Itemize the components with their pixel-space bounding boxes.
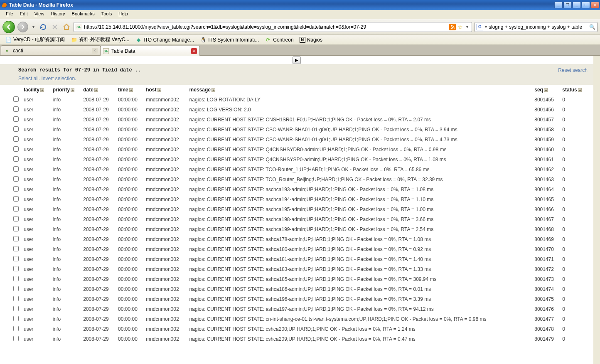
column-header-date[interactable]: date <box>81 85 116 95</box>
column-header-message[interactable]: message <box>187 85 532 95</box>
row-checkbox[interactable] <box>13 216 19 221</box>
table-row: userinfo2008-07-2900:00:00mndcnmon002nag… <box>0 155 588 165</box>
select-all-link[interactable]: Select all. <box>18 76 40 81</box>
row-checkbox[interactable] <box>13 96 19 102</box>
menu-bookmarks[interactable]: Bookmarks <box>69 10 98 19</box>
google-search-icon[interactable]: G <box>477 24 483 30</box>
cell-priority: info <box>50 224 81 234</box>
menu-history[interactable]: History <box>47 10 68 19</box>
win-minimize-button[interactable]: _ <box>554 2 563 8</box>
scroll-down-arrow[interactable]: ▼ <box>594 357 600 364</box>
cell-status: 0 <box>560 244 588 254</box>
page-icon: 📄 <box>5 37 12 43</box>
win-restore-button[interactable]: ❐ <box>563 2 572 8</box>
menu-help[interactable]: Help <box>115 10 131 19</box>
row-checkbox[interactable] <box>13 176 19 182</box>
win-close-button[interactable]: × <box>591 2 599 8</box>
vertical-scrollbar[interactable]: ▲ ▼ <box>593 56 600 364</box>
sort-icon[interactable] <box>40 88 44 92</box>
nav-stop-button[interactable] <box>50 22 59 32</box>
row-checkbox[interactable] <box>13 296 19 301</box>
bookmark-item[interactable]: 📁资料 外语教程 VeryC... <box>68 35 132 44</box>
nav-forward-button[interactable] <box>17 22 28 32</box>
url-input[interactable] <box>84 24 448 30</box>
browser-search-input[interactable] <box>489 24 588 30</box>
column-header-seq[interactable]: seq <box>532 85 560 95</box>
scroll-thumb[interactable] <box>594 62 600 225</box>
nav-home-button[interactable] <box>62 22 71 32</box>
column-header-time[interactable]: time <box>116 85 143 95</box>
nav-reload-button[interactable] <box>39 22 48 32</box>
sort-icon[interactable] <box>71 88 74 92</box>
play-button[interactable]: ▶ <box>293 57 301 64</box>
row-checkbox[interactable] <box>13 166 19 172</box>
row-checkbox[interactable] <box>13 146 19 152</box>
row-checkbox[interactable] <box>13 186 19 192</box>
tab-close-icon[interactable]: × <box>92 48 98 54</box>
menu-file[interactable]: File <box>2 10 17 19</box>
cell-facility: user <box>21 95 50 105</box>
cell-message: nagios: CURRENT HOST STATE: ashca197-adm… <box>187 304 532 314</box>
bookmark-item[interactable]: ⟳Centreon <box>262 36 296 44</box>
column-header-facility[interactable]: facility <box>21 85 50 95</box>
bookmark-item[interactable]: 📄VeryCD - 电驴资源订阅 <box>2 35 67 44</box>
sort-icon[interactable] <box>157 88 161 92</box>
cell-date: 2008-07-29 <box>81 264 116 274</box>
row-checkbox[interactable] <box>13 126 19 132</box>
reset-search-link[interactable]: Reset search <box>558 67 588 73</box>
bookmark-item[interactable]: ◆ITO Change Manage... <box>133 36 197 44</box>
row-checkbox[interactable] <box>13 206 19 212</box>
invert-selection-link[interactable]: Invert selection. <box>41 76 76 81</box>
rss-icon[interactable] <box>449 24 456 30</box>
sort-icon[interactable] <box>129 88 133 92</box>
sort-icon[interactable] <box>94 88 98 92</box>
sort-icon[interactable] <box>211 88 215 92</box>
nav-back-button[interactable] <box>2 21 15 33</box>
bookmark-item[interactable]: 🐧ITS System Informati... <box>197 36 261 44</box>
row-checkbox[interactable] <box>13 226 19 231</box>
cell-seq: 8001470 <box>532 244 560 254</box>
row-checkbox[interactable] <box>13 196 19 202</box>
row-checkbox[interactable] <box>13 116 19 122</box>
sort-icon[interactable] <box>578 88 582 92</box>
search-engine-dropdown[interactable]: ▾ <box>485 25 487 29</box>
column-header-priority[interactable]: priority <box>50 85 81 95</box>
row-checkbox[interactable] <box>13 326 19 331</box>
row-checkbox[interactable] <box>13 316 19 321</box>
url-dropdown[interactable]: ▾ <box>465 25 470 29</box>
sort-icon[interactable] <box>544 88 548 92</box>
browser-search-bar[interactable]: G ▾ 🔍 <box>475 22 598 32</box>
row-checkbox[interactable] <box>13 266 19 271</box>
row-checkbox[interactable] <box>13 246 19 251</box>
url-bar[interactable]: SF ☆ ▾ <box>74 22 472 32</box>
win-maximize-button[interactable]: □ <box>582 2 590 8</box>
scroll-up-arrow[interactable]: ▲ <box>594 56 600 62</box>
row-checkbox[interactable] <box>13 276 19 281</box>
tab-close-icon[interactable]: × <box>191 48 197 54</box>
browser-tab[interactable]: SFTable Data× <box>100 46 200 56</box>
row-checkbox[interactable] <box>13 136 19 142</box>
menu-tools[interactable]: Tools <box>98 10 116 19</box>
cell-priority: info <box>50 284 81 294</box>
cell-message: nagios: LOG VERSION: 2.0 <box>187 105 532 115</box>
row-checkbox[interactable] <box>13 106 19 112</box>
column-label: priority <box>53 87 70 93</box>
row-checkbox[interactable] <box>13 156 19 162</box>
cell-seq: 8001463 <box>532 175 560 184</box>
bookmark-star-icon[interactable]: ☆ <box>457 24 463 30</box>
nav-history-dropdown[interactable]: ▾ <box>31 25 36 29</box>
search-go-icon[interactable]: 🔍 <box>589 24 595 30</box>
row-checkbox[interactable] <box>13 236 19 241</box>
row-checkbox[interactable] <box>13 256 19 261</box>
column-header-host[interactable]: host <box>143 85 187 95</box>
row-checkbox[interactable] <box>13 336 19 341</box>
win-minimize2-button[interactable]: _ <box>573 2 581 8</box>
bookmark-item[interactable]: NNagios <box>297 36 325 44</box>
browser-tab[interactable]: ⟐cacti× <box>1 45 101 55</box>
row-checkbox[interactable] <box>13 306 19 311</box>
menu-edit[interactable]: Edit <box>17 10 31 19</box>
cell-host: mndcnmon002 <box>143 294 187 304</box>
row-checkbox[interactable] <box>13 286 19 291</box>
column-header-status[interactable]: status <box>560 85 588 95</box>
menu-view[interactable]: View <box>31 10 48 19</box>
